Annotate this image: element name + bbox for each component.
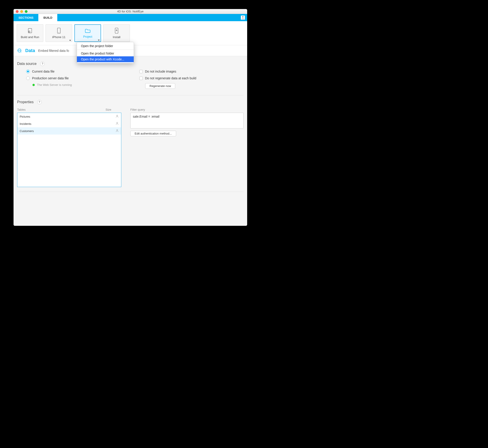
radio-production-data[interactable]: Production server data file <box>26 76 130 80</box>
upload-icon <box>241 16 244 19</box>
properties-grid: Tables Size PicturesIncidentsCustomers F… <box>17 108 244 187</box>
play-doc-icon <box>27 28 33 34</box>
minimize-icon[interactable] <box>20 10 23 13</box>
chevron-down-icon <box>69 40 71 41</box>
close-icon[interactable] <box>16 10 18 13</box>
folder-icon <box>85 28 91 33</box>
top-tabs: SECTIONS BUILD <box>14 14 247 21</box>
build-and-run-button[interactable]: Build and Run <box>17 24 43 42</box>
footer-divider <box>17 192 244 192</box>
radio-icon <box>26 76 30 80</box>
regenerate-button[interactable]: Regenerate now <box>145 83 175 89</box>
project-dropdown: Open the project folder Open the product… <box>77 42 134 63</box>
toolbar: Build and Run iPhone 11 Project Install <box>14 21 247 42</box>
properties-label: Properties <box>17 100 34 104</box>
chevron-down-icon <box>98 40 100 41</box>
filter-query-input[interactable]: sale.Email = :email <box>130 113 244 128</box>
zoom-icon[interactable] <box>25 10 27 13</box>
radio-production-label: Production server data file <box>32 76 69 80</box>
device-label: iPhone 11 <box>52 35 66 39</box>
status-dot-icon <box>33 84 35 86</box>
person-icon <box>115 129 119 133</box>
chk-no-regen-label: Do not regenerate data at each build <box>145 76 196 80</box>
project-button[interactable]: Project <box>74 24 101 42</box>
window-title: 4D for iOS: NotifEye <box>14 10 247 13</box>
checkbox-icon <box>139 77 143 80</box>
table-row[interactable]: Pictures <box>17 113 121 120</box>
tab-build[interactable]: BUILD <box>38 14 57 21</box>
data-source-right: Do not include images Do not regenerate … <box>139 70 244 89</box>
build-run-label: Build and Run <box>21 35 39 39</box>
project-label: Project <box>83 35 92 38</box>
svg-point-7 <box>117 122 118 123</box>
install-label: Install <box>113 35 120 39</box>
section-subtitle: Embed filtered data fo <box>38 49 69 53</box>
divider <box>17 95 244 95</box>
help-button[interactable]: ? <box>40 62 45 66</box>
device-button[interactable]: iPhone 11 <box>46 24 72 42</box>
section-title: Data <box>25 48 35 53</box>
app-window: 4D for iOS: NotifEye SECTIONS BUILD Buil… <box>14 9 247 226</box>
phone-download-icon <box>114 28 119 34</box>
svg-point-6 <box>117 115 118 116</box>
data-source-grid: Current data file Production server data… <box>26 70 244 89</box>
install-button[interactable]: Install <box>103 24 130 42</box>
tables-list[interactable]: PicturesIncidentsCustomers <box>17 113 121 187</box>
menu-open-with-xcode[interactable]: Open the product with Xcode... <box>77 56 134 62</box>
svg-point-3 <box>59 32 59 33</box>
content-body: Data source ? Current data file Producti… <box>14 56 247 226</box>
person-icon <box>115 114 119 119</box>
titlebar: 4D for iOS: NotifEye <box>14 9 247 14</box>
server-status: The Web Server is running <box>33 83 130 87</box>
data-source-left: Current data file Production server data… <box>26 70 130 89</box>
radio-icon <box>26 70 30 73</box>
col-tables-label: Tables <box>17 108 106 111</box>
table-name: Incidents <box>20 122 115 126</box>
globe-search-icon <box>17 48 22 53</box>
export-button[interactable] <box>241 16 245 20</box>
properties-header: Properties ? <box>17 100 244 104</box>
edit-auth-button[interactable]: Edit authentication method... <box>130 131 176 136</box>
table-row[interactable]: Customers <box>17 127 121 135</box>
tables-col-headers: Tables Size <box>17 108 121 111</box>
table-row[interactable]: Incidents <box>17 120 121 127</box>
server-status-text: The Web Server is running <box>37 83 72 87</box>
traffic-lights <box>16 10 27 13</box>
filter-column: Filter query sale.Email = :email Edit au… <box>130 108 244 187</box>
data-source-label: Data source <box>17 62 37 66</box>
chk-no-regen[interactable]: Do not regenerate data at each build <box>139 76 244 80</box>
radio-current-data[interactable]: Current data file <box>26 70 130 73</box>
table-name: Pictures <box>20 115 115 118</box>
chk-no-images[interactable]: Do not include images <box>139 70 244 73</box>
tab-sections[interactable]: SECTIONS <box>14 14 38 21</box>
chk-no-images-label: Do not include images <box>145 70 176 73</box>
filter-label: Filter query <box>130 108 244 111</box>
svg-point-8 <box>117 130 118 131</box>
col-size-label: Size <box>106 108 121 111</box>
radio-current-label: Current data file <box>32 70 55 73</box>
person-icon <box>115 122 119 126</box>
menu-open-product-folder[interactable]: Open the product folder <box>77 50 134 56</box>
phone-icon <box>57 28 61 34</box>
table-name: Customers <box>20 129 115 133</box>
checkbox-icon <box>139 70 143 73</box>
help-button[interactable]: ? <box>37 100 42 104</box>
menu-open-project-folder[interactable]: Open the project folder <box>77 43 134 49</box>
tables-column: Tables Size PicturesIncidentsCustomers <box>17 108 121 187</box>
